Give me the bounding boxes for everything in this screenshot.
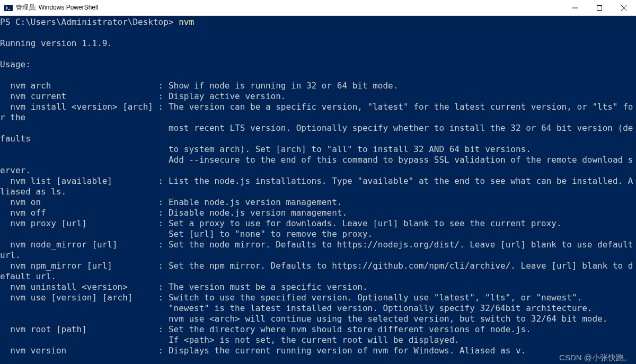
window-title: 管理员: Windows PowerShell bbox=[16, 3, 98, 12]
maximize-button[interactable] bbox=[587, 0, 612, 16]
powershell-icon bbox=[4, 4, 13, 12]
terminal-body[interactable]: PS C:\Users\Administrator\Desktop> nvm R… bbox=[0, 16, 636, 364]
command-text: nvm bbox=[179, 17, 194, 27]
watermark-text: CSDN @小张快跑。 bbox=[559, 352, 632, 363]
window-controls bbox=[563, 0, 636, 16]
minimize-button[interactable] bbox=[563, 0, 587, 16]
titlebar[interactable]: 管理员: Windows PowerShell bbox=[0, 0, 636, 16]
terminal-output: Running version 1.1.9. Usage: nvm arch :… bbox=[0, 38, 636, 356]
svg-rect-0 bbox=[4, 5, 13, 11]
prompt-text: PS C:\Users\Administrator\Desktop> bbox=[0, 17, 179, 27]
close-button[interactable] bbox=[612, 0, 636, 16]
svg-rect-3 bbox=[597, 5, 602, 10]
